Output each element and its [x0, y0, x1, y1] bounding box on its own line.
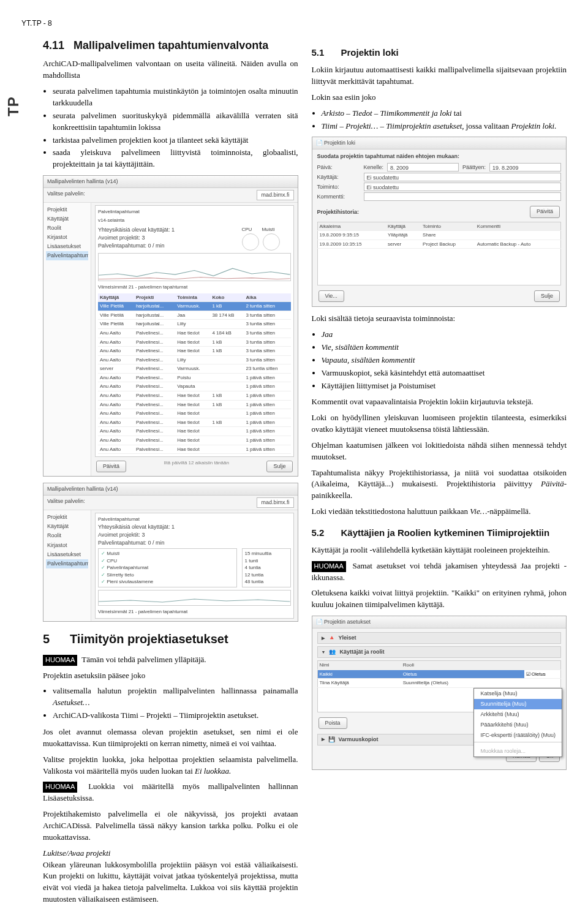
list-item: seurata palvelimen tapahtumia muistinkäy… — [53, 86, 298, 109]
delete-button[interactable]: Poista — [318, 717, 347, 729]
table-row[interactable]: Anu AaltoPalvelinesi...Poistu1 päivä sit… — [98, 373, 291, 382]
menu-item[interactable]: Katselija (Muu) — [474, 689, 562, 699]
menu-item[interactable]: IFC-ekspertti (räätälöity) (Muu) — [474, 730, 562, 741]
time-option[interactable]: 4 tuntia — [244, 564, 289, 572]
col-header[interactable]: Aika — [244, 293, 290, 302]
table-row[interactable]: serverPalvelinesi...Varmuusk.23 tuntia s… — [98, 364, 291, 374]
table-row[interactable]: Ville Pietiläharjoitustal...Jaa38 174 kB… — [98, 311, 291, 320]
user-filter[interactable]: Ei suodatettu — [364, 173, 562, 181]
table-row[interactable]: Tiina KäyttäjäSuunnittelija (Oletus) — [317, 679, 561, 688]
section-header[interactable]: Käyttäjät ja roolit — [339, 648, 384, 656]
col-header[interactable]: Aikaleima — [317, 222, 386, 231]
legend-item[interactable]: Pieni sivutaustamene — [100, 578, 235, 586]
sidebar-item[interactable]: Käyttäjät — [46, 214, 88, 224]
refresh-button[interactable]: Päivitä — [530, 206, 560, 217]
sidebar-item[interactable]: Kirjastot — [46, 541, 88, 550]
col-header[interactable]: Käyttäjä — [98, 293, 134, 302]
time-option[interactable]: 48 tuntia — [244, 578, 289, 586]
table-row[interactable]: Anu AaltoPalvelinesi...Hae tiedot1 kB3 t… — [98, 338, 291, 347]
sidebar-item[interactable]: Projektit — [46, 205, 88, 214]
pick-label: Valitse palvelin: — [47, 497, 85, 508]
col-header[interactable]: Projekti — [134, 293, 175, 302]
refresh-button[interactable]: Päivitä — [96, 461, 126, 472]
list-item: Arkisto – Tiedot – Tiimikommentit ja lok… — [322, 108, 567, 119]
time-option[interactable]: 12 tuntia — [244, 572, 289, 579]
server-select[interactable]: mad.bimx.fi — [257, 190, 293, 200]
heading-text: Mallipalvelimen tapahtumienvalvonta — [74, 39, 268, 51]
close-button[interactable]: Sulje — [266, 461, 292, 472]
sidebar-item[interactable]: Kirjastot — [46, 233, 88, 242]
section-header[interactable]: Yleiset — [339, 634, 356, 642]
sidebar-item[interactable]: Käyttäjät — [46, 522, 88, 531]
comment-field[interactable] — [364, 192, 562, 201]
col-header[interactable]: Nimi — [317, 661, 401, 670]
tab-label[interactable]: Palvelintapahtumat — [98, 516, 291, 523]
paragraph: Valitse projektin luokka, joka helpottaa… — [43, 754, 298, 777]
sidebar-item[interactable]: Projektit — [46, 513, 88, 522]
table-row[interactable]: 19.8.2009 10:35:15serverProject BackupAu… — [317, 240, 561, 249]
col-header[interactable]: Toiminta — [175, 293, 210, 302]
sidebar-item[interactable]: Lisäasetukset — [46, 242, 88, 251]
time-option[interactable]: 1 tunti — [244, 557, 289, 565]
screenshot-project-settings: 📄 Projektin asetukset ▶ 🔺 Yleiset ▼ 👥 Kä… — [312, 616, 567, 770]
sidebar-item-selected[interactable]: Palvelintapahtumat — [46, 559, 88, 568]
table-row[interactable]: Anu AaltoPalvelinesi...Hae tiedot1 päivä… — [98, 427, 291, 436]
col-header[interactable]: Toiminto — [421, 222, 475, 231]
events-caption: Viimeisimmät 21 - palvelimen tapahtumat — [98, 284, 291, 291]
table-row[interactable]: Anu AaltoPalvelinesi...Hae tiedot1 päivä… — [98, 445, 291, 454]
table-row[interactable]: KaikkiOletus ☑ Oletus — [317, 670, 561, 679]
close-button[interactable]: Sulje — [534, 290, 560, 302]
note-text: Samat asetukset voi tehdä jakamisen yhte… — [312, 561, 567, 582]
table-row[interactable]: Ville Pietiläharjoitustal...Liity3 tunti… — [98, 320, 291, 329]
action-filter[interactable]: Ei suodatettu — [364, 183, 562, 191]
table-row[interactable]: Anu AaltoPalvelinesi...Hae tiedot1 kB1 p… — [98, 418, 291, 427]
sidebar-item-selected[interactable]: Palvelintapahtumat — [46, 251, 88, 260]
table-row[interactable]: Anu AaltoPalvelinesi...Hae tiedot1 kB1 p… — [98, 400, 291, 409]
table-row[interactable]: Anu AaltoPalvelinesi...Hae tiedot1 päivä… — [98, 436, 291, 445]
legend-item[interactable]: CPU — [100, 557, 235, 565]
list-item: tarkistaa palvelimen projektien koot ja … — [53, 135, 298, 146]
sidebar-item[interactable]: Lisäasetukset — [46, 550, 88, 559]
sidebar-item[interactable]: Roolit — [46, 531, 88, 540]
table-row[interactable]: Anu AaltoPalvelinesi...Hae tiedot1 päivä… — [98, 409, 291, 418]
section-header[interactable]: Varmuuskopiot — [339, 736, 379, 744]
sidebar-item[interactable]: Roolit — [46, 224, 88, 233]
table-row[interactable]: Anu AaltoPalvelinesi...Hae tiedot1 kB3 t… — [98, 347, 291, 356]
heading-5-1: 5.1 Projektin loki — [312, 46, 567, 59]
col-header[interactable]: Rooli — [401, 661, 524, 670]
menu-item[interactable]: Suunnittelija (Muu) — [474, 699, 562, 709]
table-row[interactable]: 19.8.2009 9:35:15YlläpitäjäShare — [317, 231, 561, 240]
table-row[interactable]: Anu AaltoPalvelinesi...Liity3 tuntia sit… — [98, 355, 291, 364]
chart-area — [98, 253, 291, 281]
huomaa-badge: HUOMAA — [43, 655, 77, 666]
screenshot-server-monitor: Mallipalvelinten hallinta (v14) Valitse … — [43, 175, 298, 477]
list-item: Vapauta, sisältäen kommentit — [322, 355, 567, 366]
legend-item[interactable]: Palvelintapahtumat — [100, 564, 235, 572]
export-button[interactable]: Vie... — [318, 290, 344, 302]
stat-label: Avoimet projektit: — [98, 235, 140, 241]
paragraph: Loki on hyödyllinen yleiskuvan luomiseen… — [312, 412, 567, 436]
date-field[interactable]: 8. 2009 — [387, 163, 459, 172]
legend-item[interactable]: Muisti — [100, 550, 235, 557]
table-row[interactable]: Anu AaltoPalvelinesi...Hae tiedot1 kB1 p… — [98, 391, 291, 401]
col-header[interactable]: Koko — [210, 293, 244, 302]
form-label: Päättyen: — [462, 164, 486, 172]
stat-label: Yhteysikäisiä olevat käyttäjät: — [98, 227, 170, 233]
time-option[interactable]: 15 minuuttia — [244, 550, 289, 557]
window-title: Mallipalvelinten hallinta (v14) — [43, 483, 298, 496]
list-item: seurata palvelimen suorituskykyä pidemmä… — [53, 110, 298, 134]
legend-item[interactable]: Siirretty tieto — [100, 572, 235, 579]
server-select[interactable]: mad.bimx.fi — [257, 497, 293, 508]
stat-label: Palvelintapahtumat: — [98, 540, 146, 546]
table-row[interactable]: Anu AaltoPalvelinesi...Vapauta1 päivä si… — [98, 382, 291, 391]
note-text: Luokkia voi määritellä myös mallipalveli… — [43, 782, 298, 802]
table-row[interactable]: Ville Pietiläharjoitustal...Varmuusk.1 k… — [98, 302, 291, 311]
menu-item[interactable]: Arkkitehti (Muu) — [474, 709, 562, 720]
col-header[interactable]: Käyttäjä — [386, 222, 421, 231]
date-field[interactable]: 19. 8.2009 — [489, 163, 561, 172]
col-header[interactable]: Kommentti — [475, 222, 561, 231]
menu-item[interactable]: Pääarkkitehti (Muu) — [474, 720, 562, 730]
tab-label[interactable]: Palvelintapahtumat — [98, 208, 291, 216]
table-row[interactable]: Anu AaltoPalvelinesi...Hae tiedot4 184 k… — [98, 328, 291, 338]
history-label: Projektihistoria: — [317, 208, 360, 216]
